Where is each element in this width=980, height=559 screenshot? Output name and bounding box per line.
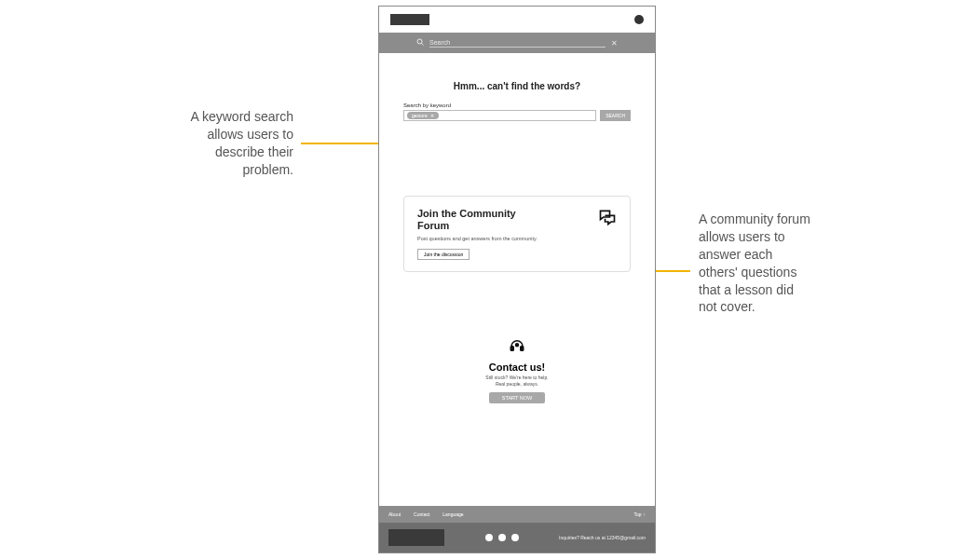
social-dot-3[interactable] bbox=[511, 534, 519, 541]
keyword-tag[interactable]: gesture ✕ bbox=[407, 112, 439, 119]
contact-subtitle: Still stuck? We're here to help. Real pe… bbox=[403, 375, 631, 387]
svg-point-0 bbox=[417, 39, 422, 44]
svg-rect-3 bbox=[521, 347, 524, 351]
community-card-title: Join the Community Forum bbox=[417, 208, 529, 232]
keyword-search-row: gesture ✕ SEARCH bbox=[403, 110, 631, 121]
svg-line-1 bbox=[422, 44, 424, 46]
footer-link-about[interactable]: About bbox=[388, 511, 401, 517]
community-forum-card: Join the Community Forum Post questions … bbox=[403, 196, 631, 272]
footer-link-contact[interactable]: Contact bbox=[414, 511, 429, 517]
keyword-search-button[interactable]: SEARCH bbox=[600, 110, 631, 121]
start-now-button[interactable]: START NOW bbox=[489, 392, 545, 403]
search-icon bbox=[416, 38, 424, 48]
annotation-left: A keyword search allows users to describ… bbox=[186, 108, 293, 179]
contact-section: Contact us! Still stuck? We're here to h… bbox=[403, 337, 631, 403]
community-card-subtitle: Post questions and get answers from the … bbox=[417, 236, 538, 241]
footer-inquiries-text: Inquiries? Reach us at 12345@gmail.com bbox=[559, 535, 646, 540]
arrow-up-icon: ↑ bbox=[644, 511, 647, 517]
footer-links-bar: About Contact Language Top ↑ bbox=[379, 506, 655, 523]
mobile-frame: Search ✕ Hmm... can't find the words? Se… bbox=[378, 6, 656, 553]
contact-title: Contact us! bbox=[403, 361, 631, 373]
avatar[interactable] bbox=[634, 15, 644, 24]
page-main: Hmm... can't find the words? Search by k… bbox=[379, 81, 655, 403]
keyword-search-input[interactable]: gesture ✕ bbox=[403, 110, 596, 121]
join-discussion-button[interactable]: Join the discussion bbox=[417, 249, 470, 260]
keyword-search-label: Search by keyword bbox=[403, 102, 631, 108]
back-to-top-label: Top bbox=[633, 511, 641, 517]
headset-icon bbox=[509, 337, 525, 358]
svg-rect-2 bbox=[510, 347, 513, 351]
footer-link-language[interactable]: Language bbox=[442, 511, 463, 517]
app-logo bbox=[390, 14, 429, 25]
back-to-top[interactable]: Top ↑ bbox=[633, 511, 646, 517]
footer-logo bbox=[388, 529, 444, 546]
page-heading: Hmm... can't find the words? bbox=[403, 81, 631, 91]
tag-remove-icon[interactable]: ✕ bbox=[430, 113, 434, 118]
app-topbar bbox=[379, 7, 655, 33]
forum-icon bbox=[598, 208, 617, 230]
annotation-right: A community forum allows users to answer… bbox=[699, 211, 810, 316]
svg-point-4 bbox=[516, 344, 519, 347]
social-dot-2[interactable] bbox=[498, 534, 506, 541]
keyword-tag-label: gesture bbox=[412, 113, 428, 118]
social-dot-1[interactable] bbox=[485, 534, 493, 541]
global-search-placeholder: Search bbox=[429, 39, 606, 48]
footer-dark: Inquiries? Reach us at 12345@gmail.com bbox=[379, 523, 655, 552]
global-search-bar[interactable]: Search ✕ bbox=[379, 33, 655, 53]
footer-social-dots bbox=[444, 534, 559, 541]
close-icon[interactable]: ✕ bbox=[611, 39, 618, 48]
